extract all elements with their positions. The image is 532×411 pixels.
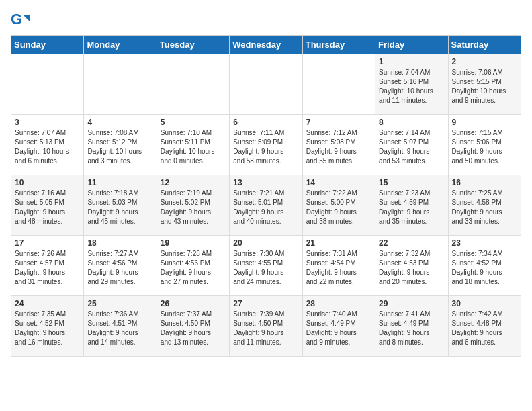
day-number: 21 xyxy=(306,238,371,248)
day-number: 25 xyxy=(87,299,152,308)
day-number: 2 xyxy=(452,57,517,66)
day-info: Sunrise: 7:39 AM Sunset: 4:50 PM Dayligh… xyxy=(233,310,298,347)
day-number: 11 xyxy=(87,178,152,187)
page-header: G xyxy=(11,11,521,30)
day-number: 17 xyxy=(15,238,80,248)
calendar-day-cell: 21Sunrise: 7:31 AM Sunset: 4:54 PM Dayli… xyxy=(302,236,375,296)
day-number: 14 xyxy=(306,178,371,187)
day-number: 15 xyxy=(379,178,444,187)
day-info: Sunrise: 7:26 AM Sunset: 4:57 PM Dayligh… xyxy=(15,249,80,287)
calendar-table: SundayMondayTuesdayWednesdayThursdayFrid… xyxy=(11,35,521,357)
calendar-week-row: 3Sunrise: 7:07 AM Sunset: 5:13 PM Daylig… xyxy=(11,115,521,175)
calendar-week-row: 1Sunrise: 7:04 AM Sunset: 5:16 PM Daylig… xyxy=(11,54,521,115)
day-info: Sunrise: 7:35 AM Sunset: 4:52 PM Dayligh… xyxy=(15,310,80,347)
day-info: Sunrise: 7:37 AM Sunset: 4:50 PM Dayligh… xyxy=(161,310,226,347)
calendar-day-cell: 10Sunrise: 7:16 AM Sunset: 5:05 PM Dayli… xyxy=(11,175,84,236)
calendar-day-cell: 8Sunrise: 7:14 AM Sunset: 5:07 PM Daylig… xyxy=(375,115,448,175)
calendar-body: 1Sunrise: 7:04 AM Sunset: 5:16 PM Daylig… xyxy=(11,54,521,357)
calendar-day-cell: 5Sunrise: 7:10 AM Sunset: 5:11 PM Daylig… xyxy=(157,115,229,175)
day-info: Sunrise: 7:40 AM Sunset: 4:49 PM Dayligh… xyxy=(306,310,371,347)
day-number: 18 xyxy=(87,238,152,248)
weekday-header-cell: Friday xyxy=(375,36,448,54)
calendar-day-cell: 13Sunrise: 7:21 AM Sunset: 5:01 PM Dayli… xyxy=(230,175,302,236)
calendar-day-cell: 27Sunrise: 7:39 AM Sunset: 4:50 PM Dayli… xyxy=(230,296,302,357)
day-info: Sunrise: 7:22 AM Sunset: 5:00 PM Dayligh… xyxy=(306,189,371,226)
weekday-header-cell: Wednesday xyxy=(230,36,302,54)
calendar-week-row: 24Sunrise: 7:35 AM Sunset: 4:52 PM Dayli… xyxy=(11,296,521,357)
day-info: Sunrise: 7:07 AM Sunset: 5:13 PM Dayligh… xyxy=(15,128,80,166)
calendar-day-cell xyxy=(302,54,375,115)
calendar-day-cell xyxy=(157,54,229,115)
day-number: 4 xyxy=(87,118,152,127)
day-number: 10 xyxy=(15,178,80,187)
day-info: Sunrise: 7:15 AM Sunset: 5:06 PM Dayligh… xyxy=(452,128,517,166)
svg-text:G: G xyxy=(11,11,22,28)
day-number: 24 xyxy=(15,299,80,308)
calendar-week-row: 17Sunrise: 7:26 AM Sunset: 4:57 PM Dayli… xyxy=(11,236,521,296)
day-info: Sunrise: 7:16 AM Sunset: 5:05 PM Dayligh… xyxy=(15,189,80,226)
calendar-day-cell: 2Sunrise: 7:06 AM Sunset: 5:15 PM Daylig… xyxy=(448,54,521,115)
day-info: Sunrise: 7:08 AM Sunset: 5:12 PM Dayligh… xyxy=(87,128,152,166)
calendar-day-cell: 29Sunrise: 7:41 AM Sunset: 4:49 PM Dayli… xyxy=(375,296,448,357)
day-info: Sunrise: 7:11 AM Sunset: 5:09 PM Dayligh… xyxy=(233,128,298,166)
day-info: Sunrise: 7:04 AM Sunset: 5:16 PM Dayligh… xyxy=(379,68,444,105)
day-info: Sunrise: 7:28 AM Sunset: 4:56 PM Dayligh… xyxy=(161,249,226,287)
calendar-day-cell: 6Sunrise: 7:11 AM Sunset: 5:09 PM Daylig… xyxy=(230,115,302,175)
weekday-header-cell: Saturday xyxy=(448,36,521,54)
calendar-day-cell: 25Sunrise: 7:36 AM Sunset: 4:51 PM Dayli… xyxy=(84,296,157,357)
weekday-header-cell: Sunday xyxy=(11,36,84,54)
day-number: 19 xyxy=(161,238,226,248)
day-number: 6 xyxy=(233,118,298,127)
day-info: Sunrise: 7:34 AM Sunset: 4:52 PM Dayligh… xyxy=(452,249,517,287)
calendar-day-cell: 16Sunrise: 7:25 AM Sunset: 4:58 PM Dayli… xyxy=(448,175,521,236)
calendar-week-row: 10Sunrise: 7:16 AM Sunset: 5:05 PM Dayli… xyxy=(11,175,521,236)
svg-marker-1 xyxy=(23,15,30,21)
day-number: 1 xyxy=(379,57,444,66)
day-info: Sunrise: 7:06 AM Sunset: 5:15 PM Dayligh… xyxy=(452,68,517,105)
day-info: Sunrise: 7:32 AM Sunset: 4:53 PM Dayligh… xyxy=(379,249,444,287)
calendar-day-cell: 7Sunrise: 7:12 AM Sunset: 5:08 PM Daylig… xyxy=(302,115,375,175)
calendar-day-cell: 30Sunrise: 7:42 AM Sunset: 4:48 PM Dayli… xyxy=(448,296,521,357)
day-number: 30 xyxy=(452,299,517,308)
calendar-day-cell: 28Sunrise: 7:40 AM Sunset: 4:49 PM Dayli… xyxy=(302,296,375,357)
day-info: Sunrise: 7:27 AM Sunset: 4:56 PM Dayligh… xyxy=(87,249,152,287)
calendar-day-cell: 22Sunrise: 7:32 AM Sunset: 4:53 PM Dayli… xyxy=(375,236,448,296)
calendar-day-cell: 4Sunrise: 7:08 AM Sunset: 5:12 PM Daylig… xyxy=(84,115,157,175)
day-info: Sunrise: 7:30 AM Sunset: 4:55 PM Dayligh… xyxy=(233,249,298,287)
day-info: Sunrise: 7:23 AM Sunset: 4:59 PM Dayligh… xyxy=(379,189,444,226)
day-info: Sunrise: 7:14 AM Sunset: 5:07 PM Dayligh… xyxy=(379,128,444,166)
calendar-day-cell: 19Sunrise: 7:28 AM Sunset: 4:56 PM Dayli… xyxy=(157,236,229,296)
day-info: Sunrise: 7:31 AM Sunset: 4:54 PM Dayligh… xyxy=(306,249,371,287)
calendar-day-cell: 9Sunrise: 7:15 AM Sunset: 5:06 PM Daylig… xyxy=(448,115,521,175)
day-info: Sunrise: 7:41 AM Sunset: 4:49 PM Dayligh… xyxy=(379,310,444,347)
calendar-day-cell xyxy=(230,54,302,115)
day-info: Sunrise: 7:36 AM Sunset: 4:51 PM Dayligh… xyxy=(87,310,152,347)
day-info: Sunrise: 7:42 AM Sunset: 4:48 PM Dayligh… xyxy=(452,310,517,347)
day-number: 7 xyxy=(306,118,371,127)
calendar-day-cell: 15Sunrise: 7:23 AM Sunset: 4:59 PM Dayli… xyxy=(375,175,448,236)
day-number: 9 xyxy=(452,118,517,127)
day-number: 29 xyxy=(379,299,444,308)
day-number: 3 xyxy=(15,118,80,127)
day-number: 26 xyxy=(161,299,226,308)
day-info: Sunrise: 7:10 AM Sunset: 5:11 PM Dayligh… xyxy=(161,128,226,166)
calendar-day-cell: 12Sunrise: 7:19 AM Sunset: 5:02 PM Dayli… xyxy=(157,175,229,236)
calendar-day-cell: 18Sunrise: 7:27 AM Sunset: 4:56 PM Dayli… xyxy=(84,236,157,296)
calendar-day-cell xyxy=(11,54,84,115)
day-number: 23 xyxy=(452,238,517,248)
day-number: 16 xyxy=(452,178,517,187)
calendar-day-cell: 24Sunrise: 7:35 AM Sunset: 4:52 PM Dayli… xyxy=(11,296,84,357)
day-number: 27 xyxy=(233,299,298,308)
day-number: 13 xyxy=(233,178,298,187)
day-number: 8 xyxy=(379,118,444,127)
day-number: 28 xyxy=(306,299,371,308)
logo[interactable]: G xyxy=(11,11,32,30)
weekday-header-cell: Monday xyxy=(84,36,157,54)
day-number: 22 xyxy=(379,238,444,248)
calendar-day-cell: 1Sunrise: 7:04 AM Sunset: 5:16 PM Daylig… xyxy=(375,54,448,115)
day-number: 5 xyxy=(161,118,226,127)
day-number: 12 xyxy=(161,178,226,187)
calendar-day-cell: 26Sunrise: 7:37 AM Sunset: 4:50 PM Dayli… xyxy=(157,296,229,357)
weekday-header-row: SundayMondayTuesdayWednesdayThursdayFrid… xyxy=(11,36,521,54)
calendar-day-cell: 17Sunrise: 7:26 AM Sunset: 4:57 PM Dayli… xyxy=(11,236,84,296)
